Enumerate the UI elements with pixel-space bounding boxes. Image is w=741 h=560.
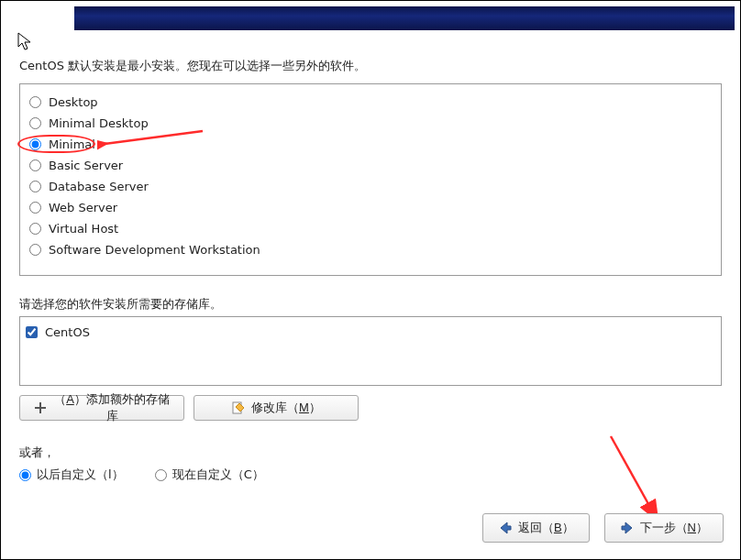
software-option-minimal-desktop[interactable]: Minimal Desktop xyxy=(28,113,713,134)
next-label: 下一步（N） xyxy=(640,520,708,536)
radio-minimal-desktop[interactable] xyxy=(29,117,41,129)
software-option-minimal[interactable]: Minimal xyxy=(28,134,713,155)
customize-now-label: 现在自定义（C） xyxy=(172,467,264,483)
customize-now[interactable]: 现在自定义（C） xyxy=(155,467,264,483)
or-label: 或者， xyxy=(19,445,55,461)
software-option-label: Desktop xyxy=(49,95,98,109)
radio-customize-later[interactable] xyxy=(19,469,31,481)
arrow-right-icon xyxy=(620,521,635,535)
back-button[interactable]: 返回（B） xyxy=(482,513,590,543)
software-option-database-server[interactable]: Database Server xyxy=(28,176,713,197)
radio-minimal[interactable] xyxy=(29,138,41,150)
svg-rect-2 xyxy=(35,407,46,409)
software-option-web-server[interactable]: Web Server xyxy=(28,197,713,218)
software-selection-panel: Desktop Minimal Desktop Minimal Basic Se… xyxy=(19,83,722,276)
svg-line-4 xyxy=(611,436,657,519)
header-bar xyxy=(74,6,735,30)
checkbox-centos[interactable] xyxy=(26,326,38,338)
radio-web-server[interactable] xyxy=(29,202,41,214)
modify-repo-button[interactable]: 修改库（M） xyxy=(194,395,359,421)
customize-later-label: 以后自定义（l） xyxy=(37,467,124,483)
software-option-label: Web Server xyxy=(49,201,117,214)
radio-customize-now[interactable] xyxy=(155,469,167,481)
radio-basic-server[interactable] xyxy=(29,159,41,171)
next-button[interactable]: 下一步（N） xyxy=(604,513,724,543)
back-label: 返回（B） xyxy=(518,520,574,536)
repo-label: CentOS xyxy=(45,325,90,339)
software-option-desktop[interactable]: Desktop xyxy=(28,92,713,113)
repo-prompt: 请选择您的软件安装所需要的存储库。 xyxy=(19,296,222,313)
software-option-virtual-host[interactable]: Virtual Host xyxy=(28,218,713,239)
cursor-icon xyxy=(17,32,32,52)
customize-radios: 以后自定义（l） 现在自定义（C） xyxy=(19,467,264,483)
radio-database-server[interactable] xyxy=(29,181,41,192)
repo-centos[interactable]: CentOS xyxy=(26,323,715,341)
repo-panel: CentOS xyxy=(19,316,722,386)
add-repo-label: （A）添加额外的存储库 xyxy=(53,391,171,424)
footer-buttons: 返回（B） 下一步（N） xyxy=(482,513,724,543)
customize-later[interactable]: 以后自定义（l） xyxy=(19,467,124,483)
radio-sdw[interactable] xyxy=(29,244,41,256)
radio-virtual-host[interactable] xyxy=(29,223,41,235)
repo-buttons: （A）添加额外的存储库 修改库（M） xyxy=(19,395,359,421)
software-option-label: Database Server xyxy=(49,180,149,193)
modify-repo-label: 修改库（M） xyxy=(251,400,321,416)
software-option-label: Minimal Desktop xyxy=(49,116,149,130)
software-option-sdw[interactable]: Software Development Workstation xyxy=(28,239,713,260)
software-option-label: Software Development Workstation xyxy=(49,243,260,257)
radio-desktop[interactable] xyxy=(29,96,41,108)
software-option-label: Minimal xyxy=(49,137,95,151)
software-option-basic-server[interactable]: Basic Server xyxy=(28,155,713,176)
software-option-label: Virtual Host xyxy=(49,222,118,236)
intro-text: CentOS 默认安装是最小安装。您现在可以选择一些另外的软件。 xyxy=(19,58,722,74)
add-repo-button[interactable]: （A）添加额外的存储库 xyxy=(19,395,184,421)
arrow-left-icon xyxy=(498,521,513,535)
plus-icon xyxy=(33,401,48,415)
software-option-label: Basic Server xyxy=(49,159,123,172)
edit-icon xyxy=(231,401,246,415)
